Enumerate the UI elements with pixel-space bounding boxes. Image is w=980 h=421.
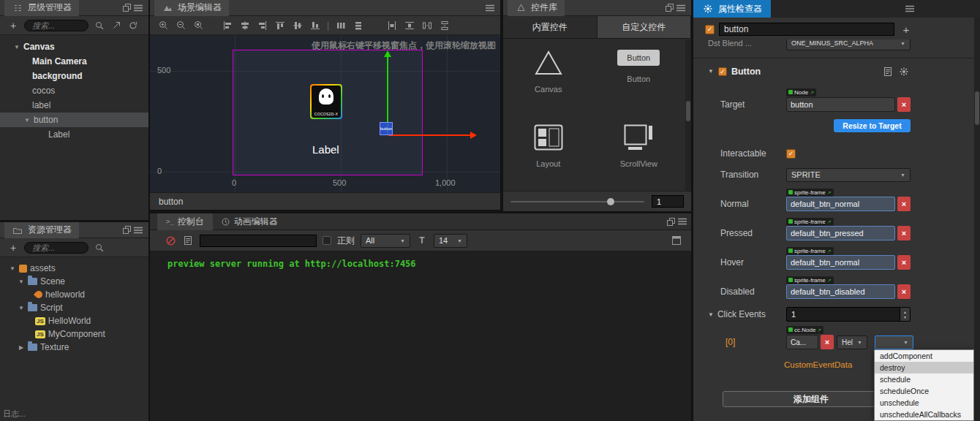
goto-reference-icon[interactable]: ↗ xyxy=(827,277,832,284)
asset-root-assets[interactable]: ▼ assets xyxy=(0,262,148,275)
asset-script-mycomponent[interactable]: JS MyComponent xyxy=(0,327,148,341)
expand-arrow-icon[interactable]: ▼ xyxy=(23,117,31,124)
hierarchy-node-cocos[interactable]: cocos xyxy=(0,83,148,98)
collapse-component-icon[interactable]: ▼ xyxy=(708,68,714,75)
hierarchy-tab[interactable]: 层级管理器 xyxy=(4,0,79,16)
float-window-icon[interactable] xyxy=(665,216,676,227)
goto-reference-icon[interactable]: ↗ xyxy=(827,219,832,225)
font-size-dropdown[interactable]: 14 ▼ xyxy=(434,234,467,248)
expand-arrow-icon[interactable]: ▼ xyxy=(18,305,25,311)
step-down-icon[interactable]: ▼ xyxy=(903,315,907,319)
disabled-sprite-field[interactable]: default_btn_disabled xyxy=(786,284,895,299)
align-top-icon[interactable] xyxy=(274,20,286,31)
menu-item-scheduleOnce[interactable]: scheduleOnce xyxy=(875,385,973,397)
collapse-log-icon[interactable] xyxy=(182,235,194,246)
clear-event-target-button[interactable]: × xyxy=(821,335,834,349)
tab-custom-controls[interactable]: 自定义控件 xyxy=(598,16,692,38)
distribute-gap-v-icon[interactable] xyxy=(439,20,451,31)
regex-checkbox[interactable] xyxy=(323,236,331,245)
goto-reference-icon[interactable]: ↗ xyxy=(827,189,832,196)
float-window-icon[interactable] xyxy=(121,224,132,236)
panel-menu-icon[interactable] xyxy=(484,2,496,14)
align-left-icon[interactable] xyxy=(222,20,233,31)
pressed-sprite-field[interactable]: default_btn_pressed xyxy=(786,226,895,240)
assets-search-input[interactable] xyxy=(31,243,82,253)
slider-handle[interactable] xyxy=(607,198,614,205)
expand-arrow-icon[interactable]: ▼ xyxy=(18,278,25,285)
clear-console-icon[interactable] xyxy=(165,235,176,246)
scrollbar-thumb[interactable] xyxy=(975,91,979,125)
click-events-count-stepper[interactable]: 1 ▲ ▼ xyxy=(786,307,911,322)
node-name-input[interactable] xyxy=(719,23,894,36)
console-filter-input[interactable] xyxy=(200,235,317,247)
normal-sprite-field[interactable]: default_btn_normal xyxy=(786,197,895,211)
hierarchy-node-button-label[interactable]: Label xyxy=(0,127,148,142)
float-window-icon[interactable] xyxy=(121,2,132,14)
library-item-scrollview[interactable]: ScrollView xyxy=(594,114,685,189)
event-handler-dropdown[interactable]: ▼ xyxy=(875,335,913,349)
tab-builtin-controls[interactable]: 内置控件 xyxy=(503,16,598,38)
tab-animation-editor[interactable]: 动画编辑器 xyxy=(213,213,287,230)
asset-script-helloworld[interactable]: JS HelloWorld xyxy=(0,314,148,327)
gizmo-x-axis[interactable] xyxy=(388,134,470,136)
library-item-canvas[interactable]: Canvas xyxy=(503,39,594,114)
align-vcenter-icon[interactable] xyxy=(292,20,304,31)
panel-menu-icon[interactable] xyxy=(675,2,687,14)
clear-target-button[interactable]: × xyxy=(897,97,911,112)
library-item-button[interactable]: Button Button xyxy=(594,39,685,114)
component-enabled-checkbox[interactable]: ✓ xyxy=(718,67,727,76)
hierarchy-node-button[interactable]: ▼ button xyxy=(0,113,148,127)
clear-sprite-button[interactable]: × xyxy=(897,255,911,270)
scene-label-node[interactable]: Label xyxy=(312,143,339,156)
distribute-gap-h-icon[interactable] xyxy=(421,20,433,31)
transition-dropdown[interactable]: SPRITE ▼ xyxy=(786,168,911,182)
library-scrollbar[interactable] xyxy=(685,39,691,191)
asset-folder-script[interactable]: ▼ Script xyxy=(0,301,148,314)
event-component-dropdown[interactable]: Hel ▼ xyxy=(837,335,867,349)
assets-tab[interactable]: 资源管理器 xyxy=(4,222,79,238)
scene-tab[interactable]: 场景编辑器 xyxy=(154,0,229,16)
tab-console[interactable]: >_ 控制台 xyxy=(157,213,213,230)
align-hcenter-icon[interactable] xyxy=(239,20,251,31)
scrollbar-thumb[interactable] xyxy=(686,101,690,121)
log-level-dropdown[interactable]: All ▼ xyxy=(361,234,410,248)
panel-menu-icon[interactable] xyxy=(676,216,688,227)
expand-arrow-icon[interactable]: ▼ xyxy=(13,44,20,50)
library-item-layout[interactable]: Layout xyxy=(503,114,594,189)
goto-reference-icon[interactable]: ↗ xyxy=(817,327,821,333)
hierarchy-node-main-camera[interactable]: Main Camera xyxy=(0,54,148,69)
expand-arrow-icon[interactable]: ▼ xyxy=(9,265,16,272)
menu-item-unscheduleAllCallbacks[interactable]: unscheduleAllCallbacks xyxy=(875,409,973,420)
asset-folder-texture[interactable]: ▶ Texture xyxy=(0,341,148,354)
menu-item-destroy[interactable]: destroy xyxy=(875,362,973,373)
gizmo-anchor-box[interactable]: button xyxy=(380,122,393,135)
goto-reference-icon[interactable]: ↗ xyxy=(810,89,814,96)
button-component-header[interactable]: ▼ ✓ Button xyxy=(693,62,974,80)
create-node-button[interactable]: + xyxy=(7,20,19,31)
search-icon[interactable] xyxy=(94,242,105,254)
hierarchy-node-background[interactable]: background xyxy=(0,69,148,83)
link-node-icon[interactable] xyxy=(110,20,122,31)
step-up-icon[interactable]: ▲ xyxy=(903,310,907,314)
zoom-in-icon[interactable] xyxy=(157,20,169,31)
distribute-v-icon[interactable] xyxy=(353,20,364,31)
menu-item-schedule[interactable]: schedule xyxy=(875,373,973,385)
cocos-sprite[interactable]: COCOS2D-X xyxy=(310,84,342,119)
asset-folder-scene[interactable]: ▼ Scene xyxy=(0,275,148,288)
search-icon[interactable] xyxy=(94,20,105,31)
zoom-out-icon[interactable] xyxy=(175,20,186,31)
panel-menu-icon[interactable] xyxy=(132,224,144,236)
zoom-reset-icon[interactable] xyxy=(192,20,204,31)
refresh-icon[interactable] xyxy=(127,20,139,31)
clear-sprite-button[interactable]: × xyxy=(897,284,911,299)
distribute-h-icon[interactable] xyxy=(335,20,347,31)
add-node-button[interactable]: + xyxy=(900,23,912,35)
stepper-arrows[interactable]: ▲ ▼ xyxy=(900,308,910,321)
menu-item-unschedule[interactable]: unschedule xyxy=(875,397,973,409)
inspector-scrollbar[interactable] xyxy=(974,18,980,421)
hierarchy-node-canvas[interactable]: ▼ Canvas xyxy=(0,39,148,54)
panel-menu-icon[interactable] xyxy=(904,3,916,15)
dst-blend-dropdown[interactable]: ONE_MINUS_SRC_ALPHA ▼ xyxy=(786,39,911,50)
event-target-field[interactable]: Ca... xyxy=(786,335,818,349)
icon-size-value[interactable]: 1 xyxy=(652,195,684,208)
